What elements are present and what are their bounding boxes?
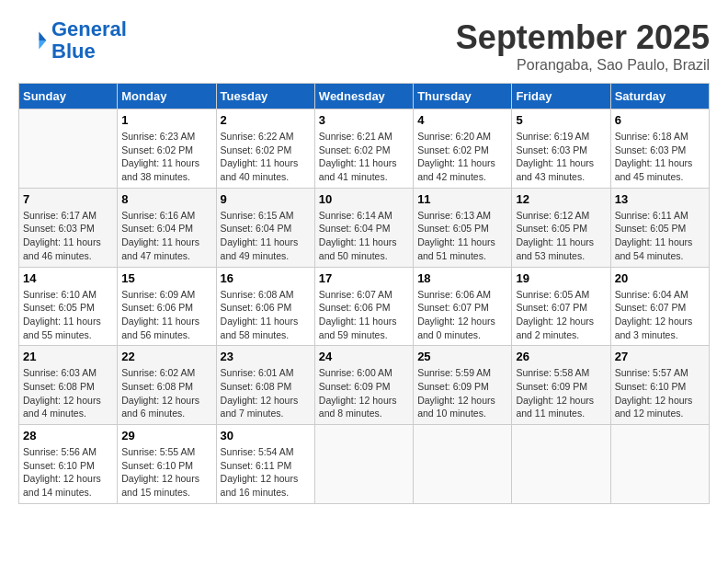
col-header-thursday: Thursday — [414, 84, 512, 109]
day-number: 17 — [319, 271, 409, 285]
calendar-cell: 12Sunrise: 6:12 AMSunset: 6:05 PMDayligh… — [512, 188, 610, 267]
month-title: September 2025 — [456, 18, 710, 57]
day-number: 16 — [221, 271, 311, 285]
day-info: Sunrise: 6:17 AMSunset: 6:03 PMDaylight:… — [23, 209, 113, 263]
calendar-cell: 17Sunrise: 6:07 AMSunset: 6:06 PMDayligh… — [314, 267, 413, 346]
calendar-cell: 29Sunrise: 5:55 AMSunset: 6:10 PMDayligh… — [118, 425, 216, 504]
day-info: Sunrise: 6:11 AMSunset: 6:05 PMDaylight:… — [615, 209, 705, 263]
day-info: Sunrise: 6:19 AMSunset: 6:03 PMDaylight:… — [516, 130, 606, 184]
calendar-table: SundayMondayTuesdayWednesdayThursdayFrid… — [18, 83, 710, 504]
day-number: 3 — [319, 113, 409, 127]
calendar-cell: 15Sunrise: 6:09 AMSunset: 6:06 PMDayligh… — [118, 267, 216, 346]
day-info: Sunrise: 6:03 AMSunset: 6:08 PMDaylight:… — [23, 366, 113, 420]
day-number: 23 — [221, 350, 311, 363]
calendar-cell: 23Sunrise: 6:01 AMSunset: 6:08 PMDayligh… — [216, 346, 314, 425]
day-info: Sunrise: 6:08 AMSunset: 6:06 PMDaylight:… — [221, 288, 311, 342]
calendar-cell: 25Sunrise: 5:59 AMSunset: 6:09 PMDayligh… — [414, 346, 512, 425]
day-info: Sunrise: 6:14 AMSunset: 6:04 PMDaylight:… — [319, 209, 409, 263]
calendar-week-4: 21Sunrise: 6:03 AMSunset: 6:08 PMDayligh… — [19, 346, 710, 425]
day-number: 18 — [417, 271, 507, 285]
location-subtitle: Porangaba, Sao Paulo, Brazil — [456, 57, 710, 74]
day-number: 15 — [121, 271, 211, 285]
calendar-cell: 10Sunrise: 6:14 AMSunset: 6:04 PMDayligh… — [314, 188, 413, 267]
calendar-cell: 7Sunrise: 6:17 AMSunset: 6:03 PMDaylight… — [19, 188, 118, 267]
day-info: Sunrise: 5:55 AMSunset: 6:10 PMDaylight:… — [121, 445, 211, 500]
calendar-cell: 13Sunrise: 6:11 AMSunset: 6:05 PMDayligh… — [610, 188, 709, 267]
calendar-cell — [610, 425, 709, 504]
day-info: Sunrise: 5:54 AMSunset: 6:11 PMDaylight:… — [221, 445, 311, 500]
day-number: 22 — [121, 350, 211, 363]
calendar-cell — [512, 425, 610, 504]
calendar-body: 1Sunrise: 6:23 AMSunset: 6:02 PMDaylight… — [19, 109, 710, 504]
day-info: Sunrise: 6:00 AMSunset: 6:09 PMDaylight:… — [319, 366, 409, 420]
calendar-cell — [19, 109, 118, 189]
calendar-cell: 2Sunrise: 6:22 AMSunset: 6:02 PMDaylight… — [216, 109, 314, 189]
col-header-tuesday: Tuesday — [216, 84, 314, 109]
calendar-cell: 8Sunrise: 6:16 AMSunset: 6:04 PMDaylight… — [118, 188, 216, 267]
day-number: 20 — [615, 271, 705, 285]
col-header-friday: Friday — [512, 84, 610, 109]
calendar-cell: 18Sunrise: 6:06 AMSunset: 6:07 PMDayligh… — [414, 267, 512, 346]
day-info: Sunrise: 6:01 AMSunset: 6:08 PMDaylight:… — [221, 366, 311, 420]
day-info: Sunrise: 6:13 AMSunset: 6:05 PMDaylight:… — [417, 209, 507, 263]
calendar-week-3: 14Sunrise: 6:10 AMSunset: 6:05 PMDayligh… — [19, 267, 710, 346]
day-number: 27 — [615, 350, 705, 363]
day-number: 8 — [121, 192, 211, 206]
day-number: 7 — [23, 192, 113, 206]
day-number: 26 — [516, 350, 606, 363]
day-info: Sunrise: 6:18 AMSunset: 6:03 PMDaylight:… — [615, 130, 705, 184]
calendar-cell — [314, 425, 413, 504]
calendar-cell: 24Sunrise: 6:00 AMSunset: 6:09 PMDayligh… — [314, 346, 413, 425]
day-number: 5 — [516, 113, 606, 127]
calendar-cell: 20Sunrise: 6:04 AMSunset: 6:07 PMDayligh… — [610, 267, 709, 346]
day-info: Sunrise: 6:15 AMSunset: 6:04 PMDaylight:… — [221, 209, 311, 263]
svg-marker-0 — [39, 32, 46, 41]
day-info: Sunrise: 6:20 AMSunset: 6:02 PMDaylight:… — [417, 130, 507, 184]
day-number: 12 — [516, 192, 606, 206]
calendar-cell: 26Sunrise: 5:58 AMSunset: 6:09 PMDayligh… — [512, 346, 610, 425]
logo-general: General — [51, 17, 127, 40]
calendar-cell: 22Sunrise: 6:02 AMSunset: 6:08 PMDayligh… — [118, 346, 216, 425]
calendar-cell: 14Sunrise: 6:10 AMSunset: 6:05 PMDayligh… — [19, 267, 118, 346]
day-number: 6 — [615, 113, 705, 127]
day-info: Sunrise: 5:57 AMSunset: 6:10 PMDaylight:… — [615, 366, 705, 420]
day-number: 1 — [121, 113, 211, 127]
day-number: 30 — [221, 429, 311, 442]
calendar-cell: 16Sunrise: 6:08 AMSunset: 6:06 PMDayligh… — [216, 267, 314, 346]
day-info: Sunrise: 5:59 AMSunset: 6:09 PMDaylight:… — [417, 366, 507, 420]
calendar-cell: 9Sunrise: 6:15 AMSunset: 6:04 PMDaylight… — [216, 188, 314, 267]
day-number: 9 — [221, 192, 311, 206]
day-number: 4 — [417, 113, 507, 127]
day-number: 2 — [221, 113, 311, 127]
day-info: Sunrise: 6:02 AMSunset: 6:08 PMDaylight:… — [121, 366, 211, 420]
day-info: Sunrise: 5:56 AMSunset: 6:10 PMDaylight:… — [23, 445, 113, 500]
calendar-week-2: 7Sunrise: 6:17 AMSunset: 6:03 PMDaylight… — [19, 188, 710, 267]
calendar-cell: 30Sunrise: 5:54 AMSunset: 6:11 PMDayligh… — [216, 425, 314, 504]
logo-text: General Blue — [51, 18, 127, 63]
logo: General Blue — [18, 18, 127, 63]
day-number: 13 — [615, 192, 705, 206]
day-number: 21 — [23, 350, 113, 363]
calendar-cell: 4Sunrise: 6:20 AMSunset: 6:02 PMDaylight… — [414, 109, 512, 189]
title-block: September 2025 Porangaba, Sao Paulo, Bra… — [456, 18, 710, 74]
day-info: Sunrise: 6:07 AMSunset: 6:06 PMDaylight:… — [319, 288, 409, 342]
col-header-saturday: Saturday — [610, 84, 709, 109]
calendar-cell: 5Sunrise: 6:19 AMSunset: 6:03 PMDaylight… — [512, 109, 610, 189]
day-number: 29 — [121, 429, 211, 442]
day-number: 10 — [319, 192, 409, 206]
calendar-cell: 27Sunrise: 5:57 AMSunset: 6:10 PMDayligh… — [610, 346, 709, 425]
calendar-cell: 3Sunrise: 6:21 AMSunset: 6:02 PMDaylight… — [314, 109, 413, 189]
calendar-cell: 11Sunrise: 6:13 AMSunset: 6:05 PMDayligh… — [414, 188, 512, 267]
logo-blue: Blue — [51, 40, 127, 63]
calendar-cell: 6Sunrise: 6:18 AMSunset: 6:03 PMDaylight… — [610, 109, 709, 189]
day-number: 11 — [417, 192, 507, 206]
col-header-sunday: Sunday — [19, 84, 118, 109]
day-info: Sunrise: 6:09 AMSunset: 6:06 PMDaylight:… — [121, 288, 211, 342]
day-number: 24 — [319, 350, 409, 363]
calendar-cell: 19Sunrise: 6:05 AMSunset: 6:07 PMDayligh… — [512, 267, 610, 346]
day-info: Sunrise: 6:22 AMSunset: 6:02 PMDaylight:… — [221, 130, 311, 184]
day-info: Sunrise: 6:06 AMSunset: 6:07 PMDaylight:… — [417, 288, 507, 342]
col-header-monday: Monday — [118, 84, 216, 109]
day-info: Sunrise: 6:10 AMSunset: 6:05 PMDaylight:… — [23, 288, 113, 342]
calendar-week-1: 1Sunrise: 6:23 AMSunset: 6:02 PMDaylight… — [19, 109, 710, 189]
